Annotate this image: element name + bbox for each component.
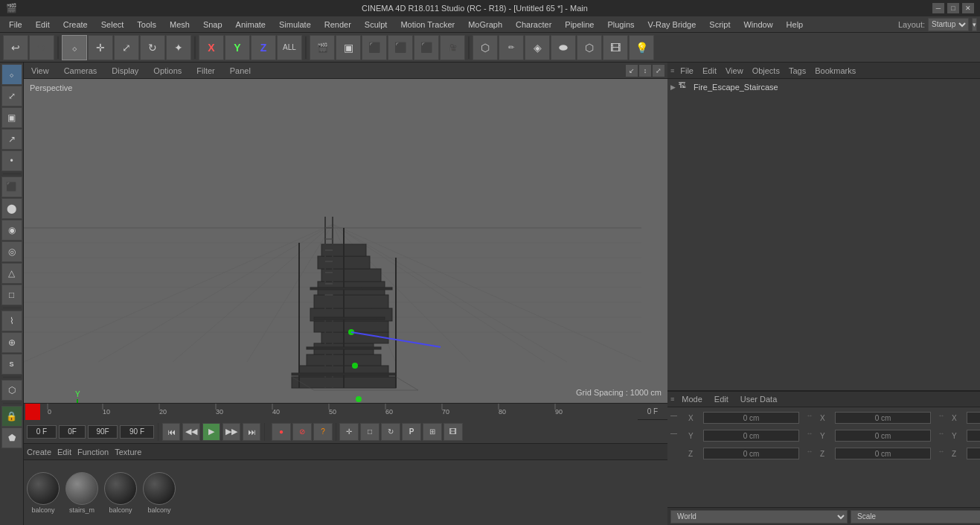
z-axis-button[interactable]: Z	[251, 35, 276, 60]
menu-character[interactable]: Character	[510, 19, 557, 31]
x-axis-button[interactable]: X	[199, 35, 224, 60]
lt-edge[interactable]: ↗	[1, 129, 22, 150]
vp-ctrl-3[interactable]: ⤢	[653, 65, 664, 77]
menu-sculpt[interactable]: Sculpt	[359, 19, 394, 31]
p-button[interactable]: P	[402, 423, 421, 441]
lt-s-tool[interactable]: S	[1, 354, 22, 375]
lt-cube[interactable]: ⬛	[1, 176, 22, 197]
attr-userdata-btn[interactable]: User Data	[736, 394, 782, 404]
menu-animate[interactable]: Animate	[230, 19, 272, 31]
obj-edit-btn[interactable]: Edit	[699, 66, 720, 76]
menu-create[interactable]: Create	[57, 19, 94, 31]
menu-snap[interactable]: Snap	[197, 19, 228, 31]
lt-point[interactable]: •	[1, 150, 22, 171]
stop-button[interactable]: ⊘	[292, 423, 312, 441]
x-size-input[interactable]	[835, 412, 931, 424]
select-tool-tr[interactable]: □	[360, 423, 379, 441]
y-size-input[interactable]	[835, 430, 931, 442]
menu-mograph[interactable]: MoGraph	[462, 19, 508, 31]
menu-file[interactable]: File	[3, 19, 28, 31]
lt-select[interactable]: ⬦	[1, 64, 22, 85]
lt-knife[interactable]: ⌇	[1, 311, 22, 331]
win-maximize[interactable]: □	[947, 3, 959, 13]
skip-end-button[interactable]: ⏭	[243, 423, 260, 441]
mat-function-btn[interactable]: Function	[77, 448, 109, 456]
menu-plugins[interactable]: Plugins	[601, 19, 640, 31]
next-frame-button[interactable]: ▶▶	[222, 423, 240, 441]
select-tool-button[interactable]: ⬦	[62, 35, 87, 60]
viewport-btn-3[interactable]: ⬛	[362, 35, 387, 60]
play-button[interactable]: ▶	[202, 423, 220, 441]
cam-button[interactable]: 🎞	[443, 423, 463, 441]
redo-button[interactable]: ↪	[29, 35, 54, 60]
frame-start-input[interactable]	[27, 425, 57, 439]
menu-help[interactable]: Help	[781, 19, 810, 31]
menu-render[interactable]: Render	[318, 19, 357, 31]
scale-dropdown[interactable]: Scale	[851, 510, 980, 524]
transform-all-button[interactable]: ✦	[166, 35, 191, 60]
lt-move[interactable]: ⤢	[1, 86, 22, 106]
obj-tags-btn[interactable]: Tags	[786, 66, 809, 76]
mat-edit-btn[interactable]: Edit	[57, 448, 71, 456]
lt-sphere[interactable]: ◉	[1, 220, 22, 241]
vp-tab-panel[interactable]: Panel	[225, 65, 255, 77]
vp-tab-cameras[interactable]: Cameras	[60, 65, 102, 77]
scale-tool-button[interactable]: ⤢	[114, 35, 139, 60]
vp-tab-filter[interactable]: Filter	[192, 65, 219, 77]
layout-arrow[interactable]: ▾	[972, 18, 977, 31]
menu-motion-tracker[interactable]: Motion Tracker	[394, 19, 461, 31]
material-balcony-1[interactable]: balcony	[27, 472, 60, 514]
z-rot-input[interactable]	[967, 448, 980, 459]
lt-magnet[interactable]: ⊕	[1, 332, 22, 353]
fps-input[interactable]	[120, 425, 154, 439]
vp-tab-view[interactable]: View	[27, 65, 54, 77]
menu-mesh[interactable]: Mesh	[164, 19, 196, 31]
grid-button[interactable]: ⊞	[423, 423, 442, 441]
obj-objects-btn[interactable]: Objects	[749, 66, 783, 76]
world-dropdown[interactable]: World Object	[670, 510, 848, 524]
layout-dropdown[interactable]: Startup	[928, 18, 969, 31]
menu-select[interactable]: Select	[95, 19, 130, 31]
vp-tab-options[interactable]: Options	[149, 65, 186, 77]
material-balcony-2[interactable]: balcony	[104, 472, 137, 514]
obj-file-btn[interactable]: File	[677, 66, 696, 76]
viewport-btn-5[interactable]: ⬛	[414, 35, 439, 60]
z-pos-input[interactable]	[703, 448, 799, 459]
menu-simulate[interactable]: Simulate	[273, 19, 317, 31]
frame-current-input[interactable]	[59, 425, 86, 439]
lt-plane[interactable]: □	[1, 284, 22, 305]
display-btn-3[interactable]: ◈	[525, 35, 550, 60]
viewport-btn-6[interactable]: 🎥	[440, 35, 465, 60]
display-btn-1[interactable]: ⬡	[473, 35, 498, 60]
3d-viewport[interactable]: Perspective	[24, 79, 667, 403]
menu-pipeline[interactable]: Pipeline	[559, 19, 600, 31]
frame-end-input[interactable]	[88, 425, 118, 439]
lt-lock[interactable]: 🔒	[1, 406, 22, 427]
help-button[interactable]: ?	[313, 423, 333, 441]
undo-button[interactable]: ↩	[3, 35, 28, 60]
display-btn-5[interactable]: ⬡	[577, 35, 602, 60]
display-btn-7[interactable]: 💡	[629, 35, 654, 60]
attr-edit-btn[interactable]: Edit	[710, 394, 733, 404]
menu-vray[interactable]: V-Ray Bridge	[642, 19, 702, 31]
lt-torus[interactable]: ◎	[1, 241, 22, 262]
all-axis-button[interactable]: ALL	[277, 35, 302, 60]
material-stairs[interactable]: stairs_m	[65, 472, 98, 514]
attr-mode-btn[interactable]: Mode	[677, 394, 707, 404]
lt-unknown[interactable]: ⬟	[1, 427, 22, 448]
prev-frame-button[interactable]: ◀◀	[182, 423, 200, 441]
viewport-btn-2[interactable]: ▣	[336, 35, 361, 60]
win-minimize[interactable]: ─	[932, 3, 944, 13]
y-rot-input[interactable]	[967, 430, 980, 442]
material-balcony-3[interactable]: balcony	[143, 472, 176, 514]
record-button[interactable]: ●	[272, 423, 291, 441]
display-btn-2[interactable]: ✏	[499, 35, 524, 60]
lt-cylinder[interactable]: ⬤	[1, 198, 22, 219]
skip-start-button[interactable]: ⏮	[162, 423, 180, 441]
timeline-ruler[interactable]: 0 10 20 30 40 50 60 70 80	[46, 404, 638, 420]
x-rot-input[interactable]	[967, 412, 980, 424]
menu-script[interactable]: Script	[703, 19, 736, 31]
lt-paint[interactable]: ⬡	[1, 380, 22, 401]
menu-window[interactable]: Window	[737, 19, 778, 31]
menu-tools[interactable]: Tools	[131, 19, 162, 31]
